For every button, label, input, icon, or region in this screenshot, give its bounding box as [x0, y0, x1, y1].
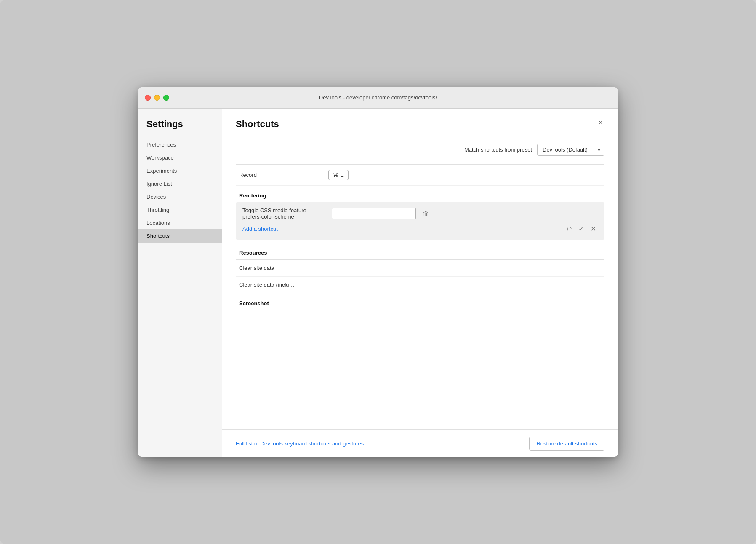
- restore-defaults-button[interactable]: Restore default shortcuts: [529, 437, 604, 451]
- resources-section-header: Resources: [236, 243, 604, 259]
- main-content: Shortcuts × Match shortcuts from preset …: [222, 109, 618, 457]
- clear-site-data-label: Clear site data: [239, 265, 274, 271]
- shortcut-input-field[interactable]: [332, 208, 416, 219]
- screenshot-section-header: Screenshot: [236, 293, 604, 310]
- minimize-window-button[interactable]: [154, 95, 160, 101]
- sidebar-item-devices[interactable]: Devices: [138, 190, 222, 203]
- main-scroll-area[interactable]: Match shortcuts from preset DevTools (De…: [222, 135, 618, 429]
- undo-shortcut-button[interactable]: ↩: [564, 223, 573, 235]
- rendering-top: Toggle CSS media featureprefers-color-sc…: [242, 207, 598, 220]
- undo-icon: ↩: [566, 225, 572, 233]
- sidebar-item-workspace[interactable]: Workspace: [138, 151, 222, 164]
- clear-site-data-row: Clear site data: [236, 260, 604, 277]
- trash-icon: 🗑: [423, 210, 429, 217]
- record-shortcut-row: Record ⌘ E: [236, 165, 604, 186]
- check-icon: ✓: [578, 225, 584, 233]
- titlebar: DevTools - developer.chrome.com/tags/dev…: [138, 87, 618, 109]
- traffic-lights: [145, 95, 169, 101]
- close-settings-button[interactable]: ×: [596, 119, 604, 126]
- sidebar-item-locations[interactable]: Locations: [138, 216, 222, 229]
- clear-site-data-incl-row: Clear site data (inclu…: [236, 277, 604, 293]
- window-body: Settings Preferences Workspace Experimen…: [138, 109, 618, 457]
- record-section: Record ⌘ E: [236, 164, 604, 186]
- rendering-actions: Add a shortcut ↩ ✓ ✕: [242, 223, 598, 235]
- desktop: DevTools - developer.chrome.com/tags/dev…: [0, 0, 756, 544]
- preset-label: Match shortcuts from preset: [464, 147, 532, 153]
- settings-heading: Settings: [138, 119, 222, 138]
- record-shortcut-name: Record: [236, 172, 328, 178]
- page-title: Shortcuts: [236, 119, 279, 130]
- sidebar: Settings Preferences Workspace Experimen…: [138, 109, 222, 457]
- confirm-shortcut-button[interactable]: ✓: [577, 223, 586, 235]
- clear-site-data-incl-label: Clear site data (inclu…: [239, 282, 295, 288]
- close-window-button[interactable]: [145, 95, 151, 101]
- x-icon: ✕: [591, 225, 596, 233]
- maximize-window-button[interactable]: [163, 95, 169, 101]
- preset-select[interactable]: DevTools (Default) Visual Studio Code: [537, 144, 604, 156]
- rendering-item-name: Toggle CSS media featureprefers-color-sc…: [242, 207, 327, 220]
- sidebar-item-experiments[interactable]: Experiments: [138, 164, 222, 177]
- e-key: E: [340, 172, 344, 178]
- preset-select-wrapper[interactable]: DevTools (Default) Visual Studio Code: [537, 144, 604, 156]
- record-key-badge: ⌘ E: [328, 170, 349, 180]
- rendering-item: Toggle CSS media featureprefers-color-sc…: [236, 202, 604, 240]
- devtools-window: DevTools - developer.chrome.com/tags/dev…: [138, 87, 618, 457]
- sidebar-item-ignore-list[interactable]: Ignore List: [138, 177, 222, 190]
- preset-row: Match shortcuts from preset DevTools (De…: [236, 135, 604, 164]
- cancel-shortcut-button[interactable]: ✕: [589, 223, 598, 235]
- window-title: DevTools - developer.chrome.com/tags/dev…: [319, 94, 437, 101]
- resources-section-content: Clear site data Clear site data (inclu…: [236, 259, 604, 293]
- bottom-bar: Full list of DevTools keyboard shortcuts…: [222, 429, 618, 457]
- add-shortcut-link[interactable]: Add a shortcut: [242, 226, 278, 232]
- sidebar-item-throttling[interactable]: Throttling: [138, 203, 222, 216]
- full-list-link[interactable]: Full list of DevTools keyboard shortcuts…: [236, 440, 364, 447]
- sidebar-item-shortcuts[interactable]: Shortcuts: [138, 229, 222, 243]
- rendering-section-header: Rendering: [236, 186, 604, 202]
- sidebar-item-preferences[interactable]: Preferences: [138, 138, 222, 151]
- action-icons: ↩ ✓ ✕: [564, 223, 598, 235]
- delete-shortcut-button[interactable]: 🗑: [421, 208, 431, 219]
- record-shortcut-keys: ⌘ E: [328, 170, 604, 180]
- main-header: Shortcuts ×: [222, 109, 618, 130]
- cmd-symbol: ⌘: [333, 172, 338, 178]
